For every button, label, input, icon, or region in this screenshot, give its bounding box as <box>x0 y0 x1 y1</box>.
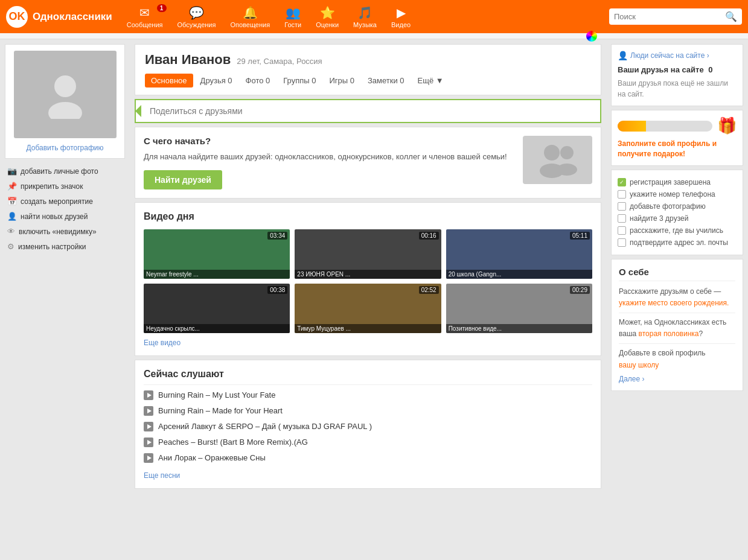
nav-video[interactable]: ▶ Видео <box>385 3 417 31</box>
logo-area[interactable]: OK Одноклассники <box>6 6 112 28</box>
about-birth-link[interactable]: укажите место своего рождения. <box>619 299 729 307</box>
checklist-item-friends3[interactable]: найдите 3 друзей <box>618 212 737 224</box>
ok-logo-icon: OK <box>6 6 28 28</box>
music-section-title: Сейчас слушают <box>144 369 592 385</box>
video-thumb-4[interactable]: 00:38 Неудачно скрылс... <box>144 284 290 333</box>
online-title: Люди сейчас на сайте › <box>630 51 709 60</box>
about-partner-link[interactable]: вторая половинка <box>639 329 699 338</box>
notifications-label: Оповещения <box>230 21 270 28</box>
tab-photos[interactable]: Фото 0 <box>240 74 277 88</box>
video-duration: 00:29 <box>570 286 590 294</box>
video-title: Позитивное виде... <box>446 324 592 333</box>
tab-notes[interactable]: Заметки 0 <box>362 74 411 88</box>
gear-icon: ⚙ <box>7 242 14 251</box>
gift-icon: 🎁 <box>717 116 737 135</box>
calendar-icon: 📅 <box>7 197 17 206</box>
track-item-2[interactable]: Burning Rain – Made for Your Heart <box>144 403 592 419</box>
about-more-link[interactable]: Далее › <box>619 375 735 383</box>
search-bar: 🔍 <box>609 8 742 25</box>
tab-friends[interactable]: Друзья 0 <box>194 74 238 88</box>
checklist-label: найдите 3 друзей <box>630 214 688 223</box>
check-box-unchecked <box>618 202 626 211</box>
find-friends-box: С чего начать? Для начала найдите ваших … <box>135 127 601 199</box>
svg-point-0 <box>54 75 76 97</box>
video-thumb-5[interactable]: 02:52 Тимур Муцураев ... <box>295 284 441 333</box>
tab-main[interactable]: Основное <box>145 74 193 88</box>
nav-notifications[interactable]: 🔔 Оповещения <box>224 3 276 31</box>
online-friends-link[interactable]: 👤 Люди сейчас на сайте › <box>618 51 737 60</box>
ratings-icon: ⭐ <box>320 5 335 20</box>
search-button[interactable]: 🔍 <box>725 11 737 22</box>
track-item-1[interactable]: Burning Rain – My Lust Your Fate <box>144 387 592 403</box>
sidebar-item-pin-badge[interactable]: 📌 прикрепить значок <box>5 179 125 194</box>
profile-fill-link[interactable]: Заполните свой профиль и получите подаро… <box>618 139 737 159</box>
sidebar-item-invisible[interactable]: 👁 включить «невидимку» <box>5 224 125 239</box>
track-item-4[interactable]: Peaches – Burst! (Bart B More Remix).(AG <box>144 434 592 450</box>
profile-tabs: Основное Друзья 0 Фото 0 Группы 0 Игры 0… <box>145 74 591 88</box>
video-section-title: Видео дня <box>144 211 592 222</box>
checklist-label: подтвердите адрес эл. почты <box>630 238 728 247</box>
play-button[interactable] <box>144 406 153 416</box>
find-friends-button[interactable]: Найти друзей <box>144 170 222 189</box>
sidebar-item-create-event[interactable]: 📅 создать мероприятие <box>5 194 125 209</box>
track-item-3[interactable]: Арсений Лавкут & SERPO – Дай ( музыка DJ… <box>144 419 592 434</box>
menu-label: найти новых друзей <box>21 212 88 221</box>
tab-more[interactable]: Ещё ▼ <box>412 74 450 88</box>
play-triangle-icon <box>147 456 152 460</box>
nav-guests[interactable]: 👥 Гости <box>278 3 307 31</box>
sidebar-item-add-personal-photo[interactable]: 📷 добавить личные фото <box>5 164 125 179</box>
friends-image <box>523 136 592 184</box>
search-input[interactable] <box>614 12 721 21</box>
about-text3: Добавьте в свой профиль <box>619 349 706 357</box>
guests-icon: 👥 <box>286 5 301 20</box>
play-button[interactable] <box>144 438 153 447</box>
about-text1: Расскажите друзьям о себе — <box>619 287 721 296</box>
nav-ratings[interactable]: ⭐ Оценки <box>310 3 345 31</box>
eye-icon: 👁 <box>7 227 15 236</box>
checklist-item-photo[interactable]: добавьте фотографию <box>618 200 737 212</box>
progress-fill <box>618 121 646 132</box>
find-friends-text: С чего начать? Для начала найдите ваших … <box>144 136 513 189</box>
about-text-2: Может, на Одноклассниках есть ваша втора… <box>619 317 735 340</box>
play-button[interactable] <box>144 422 153 431</box>
status-box <box>135 99 601 123</box>
checklist-item-education[interactable]: расскажите, где вы учились <box>618 224 737 237</box>
about-school-link[interactable]: вашу школу <box>619 361 659 369</box>
more-songs-link[interactable]: Еще песни <box>144 471 180 480</box>
nav-discussions[interactable]: 💬 Обсуждения <box>171 3 222 31</box>
video-thumb-2[interactable]: 00:16 23 ИЮНЯ OPEN ... <box>295 229 441 279</box>
checklist-item-email[interactable]: подтвердите адрес эл. почты <box>618 237 737 249</box>
camera-icon: 📷 <box>7 167 17 176</box>
menu-label: добавить личные фото <box>21 167 98 176</box>
music-list: Burning Rain – My Lust Your Fate Burning… <box>144 387 592 466</box>
music-icon: 🎵 <box>357 5 372 20</box>
check-box-unchecked <box>618 226 626 235</box>
site-name: Одноклассники <box>33 11 112 23</box>
find-friends-title: С чего начать? <box>144 136 513 146</box>
sidebar-item-find-friends[interactable]: 👤 найти новых друзей <box>5 209 125 224</box>
more-video-link[interactable]: Еще видео <box>144 339 181 347</box>
video-thumb-1[interactable]: 03:34 Neymar freestyle ... <box>144 229 290 279</box>
profile-header: Иван Иванов 29 лет, Самара, Россия Основ… <box>135 44 601 95</box>
video-thumb-3[interactable]: 05:11 20 школа (Gangn... <box>446 229 592 279</box>
friends-silhouette <box>534 142 582 178</box>
status-input[interactable] <box>141 100 600 122</box>
nav-messages[interactable]: ✉ 1 Сообщения <box>121 3 169 31</box>
add-photo-link[interactable]: Добавить фотографию <box>27 144 104 152</box>
play-triangle-icon <box>147 393 152 398</box>
video-title: Тимур Муцураев ... <box>295 324 441 333</box>
discussions-icon: 💬 <box>189 5 204 20</box>
tab-games[interactable]: Игры 0 <box>323 74 360 88</box>
profile-name-row: Иван Иванов 29 лет, Самара, Россия <box>145 52 591 68</box>
right-sidebar: 👤 Люди сейчас на сайте › Ваши друзья на … <box>606 39 748 558</box>
notifications-icon: 🔔 <box>243 5 258 20</box>
video-thumb-6[interactable]: 00:29 Позитивное виде... <box>446 284 592 333</box>
check-box-unchecked <box>618 214 626 223</box>
sidebar-item-settings[interactable]: ⚙ изменить настройки <box>5 239 125 254</box>
play-button[interactable] <box>144 453 153 463</box>
checklist-item-phone[interactable]: укажите номер телефона <box>618 188 737 200</box>
track-item-5[interactable]: Ани Лорак – Оранжевые Сны <box>144 450 592 466</box>
tab-groups[interactable]: Группы 0 <box>277 74 322 88</box>
nav-music[interactable]: 🎵 Музыка <box>347 3 383 31</box>
play-button[interactable] <box>144 390 153 400</box>
